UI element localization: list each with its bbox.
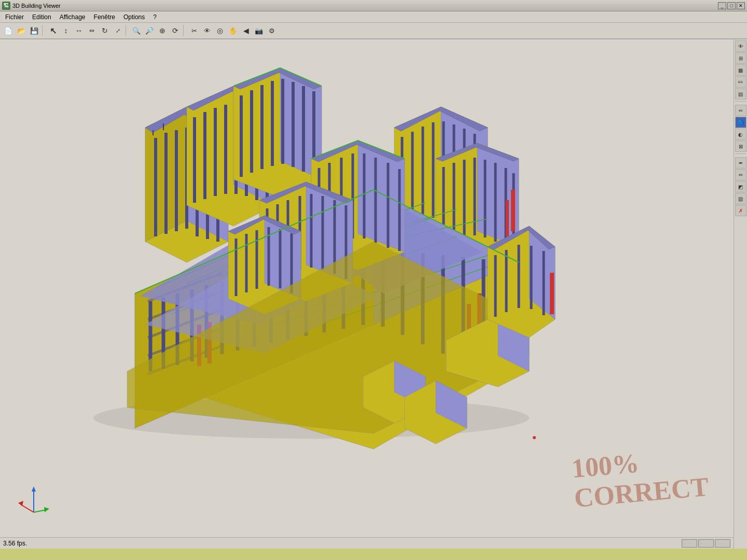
rp-view-button-1[interactable]: 👁 [735, 40, 746, 52]
rp-draw-button-3[interactable]: ◩ [735, 181, 746, 192]
status-box-3 [715, 539, 730, 548]
toolbar-eye-button[interactable]: 👁 [201, 24, 213, 37]
svg-point-161 [533, 436, 536, 439]
toolbar-move-x-button[interactable]: ↔ [73, 24, 85, 37]
menu-options[interactable]: Options [119, 12, 149, 22]
title-bar: 🏗 3D Building Viewer _ □ ✕ [0, 0, 747, 11]
rp-draw-button-4[interactable]: ▨ [735, 193, 746, 204]
menu-fichier[interactable]: Fichier [1, 12, 28, 22]
rp-edit-button-2[interactable]: 🔵 [735, 117, 746, 128]
rp-draw-button-5[interactable]: ✗ [735, 205, 746, 216]
toolbar-zoom-in-button[interactable]: 🔍 [130, 24, 143, 37]
app-icon: 🏗 [2, 2, 10, 10]
right-panel: 👁 ⊞ ▦ ≡≡ ▤ ✏ 🔵 ◐ ⊠ ✒ ✏ ◩ ▨ ✗ [734, 39, 747, 549]
menu-fenetre[interactable]: Fenêtre [90, 12, 119, 22]
rp-edit-button-1[interactable]: ✏ [735, 105, 746, 116]
toolbar-new-button[interactable]: 📄 [2, 24, 15, 37]
maximize-button[interactable]: □ [727, 2, 736, 9]
minimize-button[interactable]: _ [718, 2, 726, 9]
fps-counter: 3.56 fps. [3, 540, 27, 547]
svg-marker-163 [32, 486, 36, 492]
toolbar-separator-3 [183, 25, 186, 36]
status-box-1 [682, 539, 697, 548]
building-scene-svg [42, 65, 560, 454]
menu-edition[interactable]: Edition [28, 12, 56, 22]
status-box-2 [698, 539, 714, 548]
rp-edit-button-3[interactable]: ◐ [735, 129, 746, 140]
toolbar-extra1-button[interactable]: ⤢ [112, 24, 124, 37]
rp-separator-1 [735, 101, 746, 103]
toolbar-move-y-button[interactable]: ↕ [60, 24, 72, 37]
svg-line-164 [21, 505, 34, 512]
toolbar-save-button[interactable]: 💾 [28, 24, 40, 37]
toolbar-rotate-button[interactable]: ↻ [99, 24, 111, 37]
axes-indicator [16, 481, 52, 517]
toolbar-separator-2 [126, 25, 129, 36]
rp-view-button-4[interactable]: ≡≡ [735, 76, 746, 88]
rp-draw-button-2[interactable]: ✏ [735, 169, 746, 180]
rp-view-button-2[interactable]: ⊞ [735, 52, 746, 64]
close-button[interactable]: ✕ [737, 2, 745, 9]
toolbar-scale-button[interactable]: ⇔ [86, 24, 98, 37]
svg-rect-61 [506, 200, 509, 236]
rp-view-button-3[interactable]: ▦ [735, 64, 746, 76]
menu-help[interactable]: ? [149, 12, 161, 22]
toolbar-settings-button[interactable]: ⚙ [266, 24, 278, 37]
toolbar-open-button[interactable]: 📂 [15, 24, 27, 37]
svg-rect-60 [511, 190, 515, 231]
window-controls: _ □ ✕ [718, 2, 745, 9]
main-area: 100% CORRECT 3.56 fps. 👁 ⊞ ▦ ≡≡ ▤ ✏ 🔵 ◐ … [0, 39, 747, 549]
fps-bar: 3.56 fps. [0, 537, 734, 549]
viewport[interactable]: 100% CORRECT 3.56 fps. [0, 39, 734, 549]
toolbar-pan-button[interactable]: ✋ [227, 24, 239, 37]
menu-affichage[interactable]: Affichage [56, 12, 90, 22]
svg-marker-167 [44, 507, 49, 512]
toolbar-orbit-button[interactable]: ◎ [214, 24, 226, 37]
scene-container [0, 39, 734, 549]
rp-separator-2 [735, 153, 746, 156]
toolbar-zoom-all-button[interactable]: ⊕ [156, 24, 169, 37]
toolbar-camera-button[interactable]: 📷 [253, 24, 265, 37]
toolbar-separator-1 [42, 25, 45, 36]
toolbar-cut-button[interactable]: ✂ [188, 24, 200, 37]
toolbar-select-button[interactable]: ↖ [47, 24, 59, 37]
toolbar-zoom-out-button[interactable]: 🔎 [143, 24, 156, 37]
toolbar-prev-button[interactable]: ◀ [240, 24, 252, 37]
menu-bar: Fichier Edition Affichage Fenêtre Option… [0, 11, 747, 23]
toolbar: 📄 📂 💾 ↖ ↕ ↔ ⇔ ↻ ⤢ 🔍 🔎 ⊕ ⟳ ✂ 👁 ◎ ✋ ◀ 📷 ⚙ [0, 23, 747, 39]
rp-view-button-5[interactable]: ▤ [735, 88, 746, 100]
svg-rect-153 [550, 273, 554, 314]
rp-edit-button-4[interactable]: ⊠ [735, 141, 746, 152]
rp-draw-button-1[interactable]: ✒ [735, 157, 746, 169]
window-title: 3D Building Viewer [12, 3, 718, 9]
toolbar-rotate-3d-button[interactable]: ⟳ [169, 24, 182, 37]
